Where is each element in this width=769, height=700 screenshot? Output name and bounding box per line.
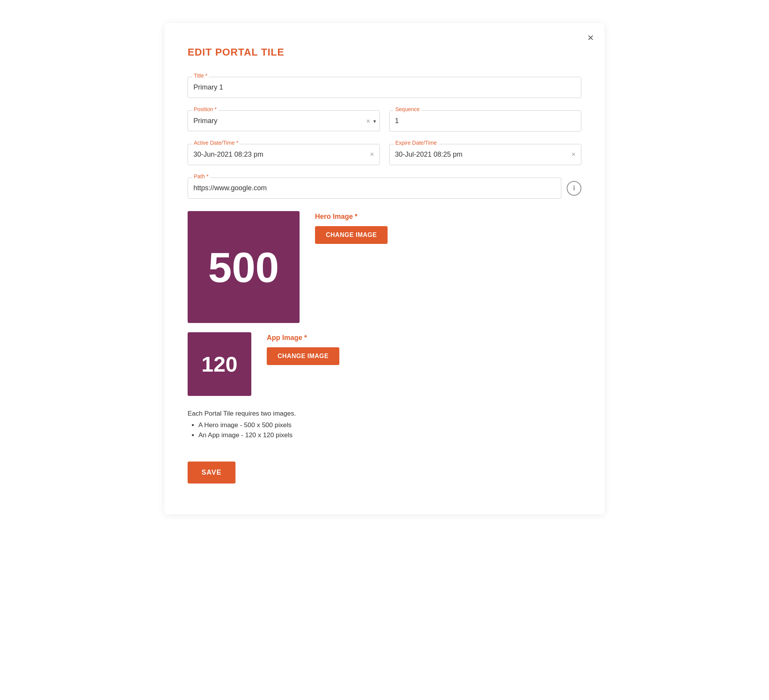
position-label: Position * [192,106,218,112]
app-image-number: 120 [202,352,237,377]
page-title: EDIT PORTAL TILE [188,46,581,58]
sequence-wrapper: Sequence [389,110,581,132]
hero-image-controls: Hero Image * CHANGE IMAGE [315,211,388,244]
path-field-wrapper: Path * [188,178,561,199]
hero-image-preview: 500 [188,211,300,323]
image-info: Each Portal Tile requires two images. A … [188,410,581,441]
app-image-label: App Image * [267,334,339,342]
title-input[interactable] [188,77,581,98]
active-datetime-wrapper: Active Date/Time * 30-Jun-2021 08:23 pm … [188,144,380,165]
title-field-wrapper: Title * [188,77,581,98]
change-app-image-button[interactable]: CHANGE IMAGE [267,347,339,365]
position-wrapper: Position * Primary × ▾ [188,110,380,132]
app-image-preview: 120 [188,332,251,396]
sequence-input[interactable] [389,110,581,132]
close-icon: × [588,32,594,44]
info-icon-button[interactable]: i [567,181,581,196]
active-datetime-value: 30-Jun-2021 08:23 pm [193,150,370,159]
app-image-controls: App Image * CHANGE IMAGE [267,332,339,365]
form-section: Title * Position * Primary × ▾ Sequence [188,77,581,484]
edit-portal-tile-modal: × EDIT PORTAL TILE Title * Position * Pr… [164,23,605,514]
list-item: A Hero image - 500 x 500 pixels [198,421,581,429]
path-label: Path * [192,173,210,179]
position-sequence-row: Position * Primary × ▾ Sequence [188,110,581,132]
position-select[interactable]: Primary [188,110,380,131]
expire-datetime-label: Expire Date/Time [394,140,439,146]
path-row: Path * i [188,178,581,199]
save-button[interactable]: SAVE [188,462,235,484]
expire-datetime-input-row: 30-Jul-2021 08:25 pm × [389,144,581,165]
active-datetime-label: Active Date/Time * [192,140,240,146]
app-image-row: 120 App Image * CHANGE IMAGE [188,332,581,396]
select-clear-icon[interactable]: × [366,117,370,125]
expire-datetime-wrapper: Expire Date/Time 30-Jul-2021 08:25 pm × [389,144,581,165]
title-label: Title * [192,73,209,79]
path-input[interactable] [188,178,561,199]
image-info-description: Each Portal Tile requires two images. [188,410,581,418]
image-info-list: A Hero image - 500 x 500 pixels An App i… [188,421,581,439]
sequence-label: Sequence [394,106,421,112]
save-button-wrapper: SAVE [188,454,581,484]
expire-datetime-value: 30-Jul-2021 08:25 pm [395,150,571,159]
info-icon: i [573,184,575,192]
list-item: An App image - 120 x 120 pixels [198,431,581,439]
hero-image-number: 500 [208,243,279,292]
hero-image-label: Hero Image * [315,213,388,221]
hero-image-row: 500 Hero Image * CHANGE IMAGE [188,211,581,323]
active-datetime-input-row: 30-Jun-2021 08:23 pm × [188,144,380,165]
close-button[interactable]: × [588,32,594,43]
change-hero-image-button[interactable]: CHANGE IMAGE [315,226,388,244]
datetime-row: Active Date/Time * 30-Jun-2021 08:23 pm … [188,144,581,165]
active-datetime-clear-icon[interactable]: × [370,150,374,159]
expire-datetime-clear-icon[interactable]: × [571,150,576,159]
images-section: 500 Hero Image * CHANGE IMAGE 120 App Im… [188,211,581,441]
